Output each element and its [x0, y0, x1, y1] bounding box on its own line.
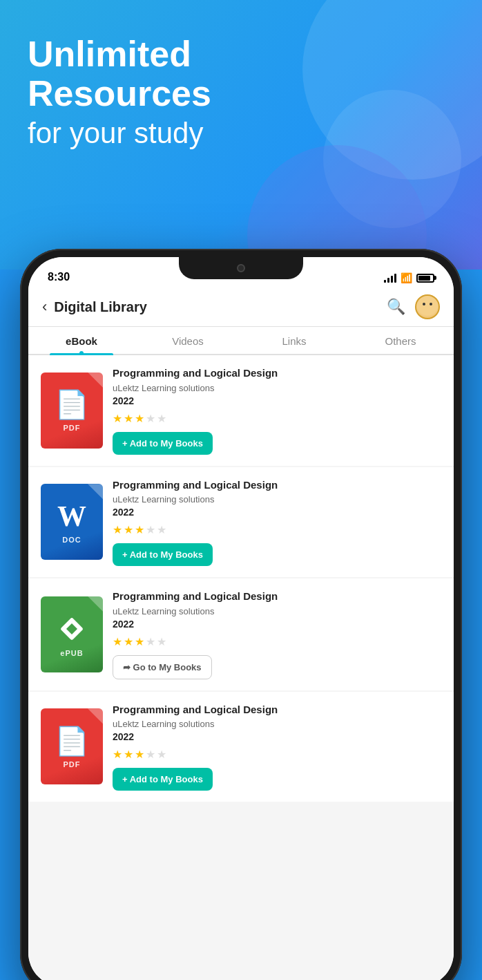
book-year: 2022	[113, 395, 441, 406]
book-year: 2022	[113, 507, 441, 518]
tab-ebook[interactable]: eBook	[28, 327, 135, 354]
book-list: 📄 PDF Programming and Logical Design uLe…	[28, 355, 454, 980]
book-author: uLektz Learning solutions	[113, 719, 441, 729]
book-author: uLektz Learning solutions	[113, 383, 441, 393]
cover-type-label: PDF	[64, 760, 81, 769]
phone-outer: 8:30 📶 ‹ Digital Library	[20, 249, 462, 980]
tab-others[interactable]: Others	[347, 327, 454, 354]
book-cover-epub: ePUB	[41, 596, 103, 672]
add-to-my-books-button[interactable]: + Add to My Books	[113, 432, 213, 455]
battery-fill	[418, 276, 430, 281]
cover-corner	[88, 708, 103, 724]
page-title: Digital Library	[54, 299, 387, 315]
hero-title: Unlimited Resources	[28, 35, 454, 113]
book-info: Programming and Logical Design uLektz Le…	[113, 366, 441, 455]
book-year: 2022	[113, 619, 441, 630]
list-item: ePUB Programming and Logical Design uLek…	[28, 578, 454, 690]
list-item: 📄 PDF Programming and Logical Design uLe…	[28, 692, 454, 802]
pdf-icon: 📄	[55, 725, 89, 757]
book-cover-pdf: 📄 PDF	[41, 373, 103, 449]
cover-type-label: DOC	[62, 536, 81, 544]
book-rating: ★ ★ ★ ★ ★	[113, 412, 441, 425]
hero-section: Unlimited Resources for your study	[0, 0, 482, 270]
hero-subtitle: for your study	[28, 116, 454, 151]
tab-links[interactable]: Links	[241, 327, 347, 354]
camera	[237, 264, 245, 272]
cover-type-label: PDF	[64, 424, 81, 432]
signal-icon	[384, 273, 396, 283]
back-button[interactable]: ‹	[42, 298, 47, 316]
book-author: uLektz Learning solutions	[113, 494, 441, 505]
status-time: 8:30	[48, 271, 70, 283]
wifi-icon: 📶	[401, 272, 412, 283]
phone-notch	[179, 257, 303, 279]
avatar-eyes	[423, 303, 432, 305]
list-item: 📄 PDF Programming and Logical Design uLe…	[28, 355, 454, 466]
tab-indicator	[79, 351, 84, 355]
book-year: 2022	[113, 731, 441, 742]
book-info: Programming and Logical Design uLektz Le…	[113, 478, 441, 567]
book-cover-doc: W DOC	[41, 484, 103, 560]
book-title: Programming and Logical Design	[113, 478, 441, 492]
epub-icon	[55, 612, 89, 646]
book-rating: ★ ★ ★ ★ ★	[113, 523, 441, 536]
phone-screen: 8:30 📶 ‹ Digital Library	[28, 257, 454, 980]
add-to-my-books-button[interactable]: + Add to My Books	[113, 543, 213, 566]
book-rating: ★ ★ ★ ★ ★	[113, 748, 441, 761]
book-info: Programming and Logical Design uLektz Le…	[113, 703, 441, 791]
avatar[interactable]	[415, 294, 440, 319]
phone-mockup: 8:30 📶 ‹ Digital Library	[20, 249, 462, 980]
go-to-my-books-button[interactable]: ➦ Go to My Books	[113, 655, 212, 679]
battery-icon	[416, 274, 434, 283]
avatar-face	[415, 294, 440, 319]
book-info: Programming and Logical Design uLektz Le…	[113, 590, 441, 679]
app-header: ‹ Digital Library 🔍	[28, 288, 454, 327]
book-title: Programming and Logical Design	[113, 366, 441, 380]
add-to-my-books-button[interactable]: + Add to My Books	[113, 768, 213, 791]
book-cover-pdf: 📄 PDF	[41, 708, 103, 784]
status-icons: 📶	[384, 272, 434, 283]
book-author: uLektz Learning solutions	[113, 606, 441, 616]
list-item: W DOC Programming and Logical Design uLe…	[28, 467, 454, 578]
book-rating: ★ ★ ★ ★ ★	[113, 635, 441, 648]
pdf-icon: 📄	[55, 388, 89, 421]
doc-icon: W	[57, 500, 86, 533]
cover-corner	[88, 596, 103, 612]
book-title: Programming and Logical Design	[113, 703, 441, 717]
cover-corner	[88, 373, 103, 388]
search-button[interactable]: 🔍	[387, 298, 405, 316]
book-title: Programming and Logical Design	[113, 590, 441, 603]
tab-videos[interactable]: Videos	[135, 327, 241, 354]
cover-type-label: ePUB	[60, 649, 83, 657]
cover-corner	[88, 484, 103, 499]
tab-bar: eBook Videos Links Others	[28, 327, 454, 355]
